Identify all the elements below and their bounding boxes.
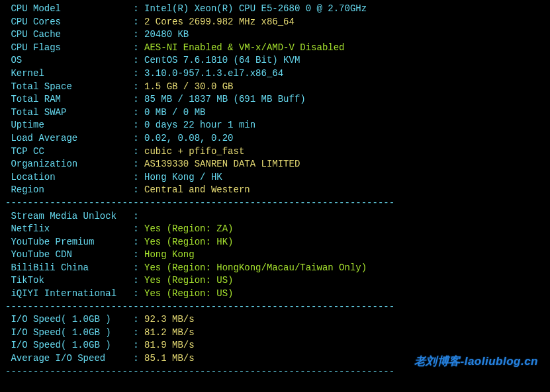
info-row-sys-4: OS : CentOS 7.6.1810 (64 Bit) KVM (5, 54, 545, 67)
row-colon: : (133, 17, 144, 27)
info-row-sys-3: CPU Flags : AES-NI Enabled & VM-x/AMD-V … (5, 42, 545, 55)
row-value: Yes (Region: HK) (144, 237, 233, 247)
terminal-output: CPU Model : Intel(R) Xeon(R) CPU E5-2680… (5, 3, 545, 378)
row-label: Netflix (11, 223, 133, 234)
row-value: 0 MB / 0 MB (144, 107, 205, 118)
row-label: YouTube CDN (11, 249, 133, 260)
row-value: Yes (Region: US) (144, 288, 233, 299)
info-row-io-1: I/O Speed( 1.0GB ) : 81.2 MB/s (5, 327, 545, 340)
row-value: Hong Kong (144, 249, 195, 260)
row-colon: : (133, 29, 144, 40)
info-row-sys-7: Total RAM : 85 MB / 1837 MB (691 MB Buff… (5, 93, 545, 106)
row-colon: : (133, 314, 144, 325)
info-row-sys-1: CPU Cores : 2 Cores 2699.982 MHz x86_64 (5, 16, 545, 29)
info-row-sys-2: CPU Cache : 20480 KB (5, 28, 545, 42)
watermark-text: 老刘博客-laoliublog.cn (414, 354, 539, 370)
row-colon: : (133, 107, 144, 118)
row-value: 2 Cores 2699.982 MHz x86_64 (144, 17, 295, 27)
row-colon: : (133, 184, 144, 195)
row-colon: : (133, 353, 144, 364)
row-label: YouTube Premium (11, 237, 133, 247)
info-row-sys-14: Region : Central and Western (5, 184, 545, 197)
info-row-io-0: I/O Speed( 1.0GB ) : 92.3 MB/s (5, 313, 545, 327)
row-value: 81.2 MB/s (144, 327, 195, 338)
row-value: Yes (Region: HongKong/Macau/Taiwan Only) (144, 262, 367, 273)
row-value: AES-NI Enabled & VM-x/AMD-V Disabled (144, 42, 344, 53)
row-label: Total SWAP (11, 107, 133, 118)
row-colon: : (133, 249, 144, 260)
info-row-io-2: I/O Speed( 1.0GB ) : 81.9 MB/s (5, 339, 545, 352)
info-row-sys-9: Uptime : 0 days 22 hour 1 min (5, 119, 545, 132)
row-label: Load Average (11, 133, 133, 143)
info-row-sys-8: Total SWAP : 0 MB / 0 MB (5, 106, 545, 120)
row-colon: : (133, 42, 144, 53)
row-value: 0 days 22 hour 1 min (144, 120, 255, 130)
row-label: Total RAM (11, 94, 133, 104)
row-value: 92.3 MB/s (144, 314, 195, 325)
row-value: 1.5 GB / 30.0 GB (144, 81, 233, 92)
row-colon: : (133, 120, 144, 130)
row-value: CentOS 7.6.1810 (64 Bit) KVM (144, 55, 300, 65)
row-value: 3.10.0-957.1.3.el7.x86_64 (144, 68, 283, 79)
row-colon: : (133, 237, 144, 247)
row-label: I/O Speed( 1.0GB ) (11, 327, 133, 338)
row-label: CPU Model (11, 3, 133, 14)
divider-line: ----------------------------------------… (5, 197, 545, 210)
row-colon: : (133, 340, 144, 350)
row-colon: : (133, 211, 144, 221)
row-colon: : (133, 327, 144, 338)
row-value: Intel(R) Xeon(R) CPU E5-2680 0 @ 2.70GHz (144, 3, 367, 14)
info-row-sys-6: Total Space : 1.5 GB / 30.0 GB (5, 81, 545, 94)
row-value: 85 MB / 1837 MB (691 MB Buff) (144, 94, 306, 104)
row-label: Kernel (11, 68, 133, 79)
info-row-stream-header: Stream Media Unlock : (5, 210, 545, 223)
row-colon: : (133, 146, 144, 157)
row-colon: : (133, 275, 144, 286)
row-label: iQIYI International (11, 288, 133, 299)
row-colon: : (133, 223, 144, 234)
info-row-stream-3: BiliBili China : Yes (Region: HongKong/M… (5, 262, 545, 275)
row-colon: : (133, 172, 144, 182)
row-label: CPU Flags (11, 42, 133, 53)
info-row-stream-0: Netflix : Yes (Region: ZA) (5, 223, 545, 236)
row-colon: : (133, 55, 144, 65)
row-label: Uptime (11, 120, 133, 130)
info-row-stream-1: YouTube Premium : Yes (Region: HK) (5, 236, 545, 249)
info-row-stream-5: iQIYI International : Yes (Region: US) (5, 288, 545, 301)
row-label: CPU Cores (11, 17, 133, 27)
info-row-stream-2: YouTube CDN : Hong Kong (5, 249, 545, 262)
row-value: Central and Western (144, 184, 250, 195)
info-row-sys-0: CPU Model : Intel(R) Xeon(R) CPU E5-2680… (5, 3, 545, 16)
row-label: Average I/O Speed (11, 353, 133, 364)
info-row-sys-5: Kernel : 3.10.0-957.1.3.el7.x86_64 (5, 67, 545, 81)
row-colon: : (133, 81, 144, 92)
row-label: Total Space (11, 81, 133, 92)
row-colon: : (133, 68, 144, 79)
row-label: CPU Cache (11, 29, 133, 40)
row-colon: : (133, 159, 144, 169)
row-colon: : (133, 3, 144, 14)
row-value: Yes (Region: US) (144, 275, 233, 286)
row-value: Yes (Region: ZA) (144, 223, 233, 234)
row-label: I/O Speed( 1.0GB ) (11, 340, 133, 350)
row-label: TCP CC (11, 146, 133, 157)
row-label: Organization (11, 159, 133, 169)
row-value: AS139330 SANREN DATA LIMITED (144, 159, 300, 169)
row-value: 81.9 MB/s (144, 340, 195, 350)
row-colon: : (133, 94, 144, 104)
info-row-stream-4: TikTok : Yes (Region: US) (5, 274, 545, 288)
row-label: Stream Media Unlock (11, 211, 133, 221)
info-row-sys-12: Organization : AS139330 SANREN DATA LIMI… (5, 158, 545, 171)
row-colon: : (133, 288, 144, 299)
row-colon: : (133, 133, 144, 143)
row-label: OS (11, 55, 133, 65)
divider-line: ----------------------------------------… (5, 301, 545, 314)
row-label: Location (11, 172, 133, 182)
row-value: 85.1 MB/s (144, 353, 195, 364)
row-label: BiliBili China (11, 262, 133, 273)
row-value: 20480 KB (144, 29, 189, 40)
row-value: Hong Kong / HK (144, 172, 222, 182)
info-row-sys-11: TCP CC : cubic + pfifo_fast (5, 145, 545, 159)
row-value: cubic + pfifo_fast (144, 146, 244, 157)
row-label: TikTok (11, 275, 133, 286)
